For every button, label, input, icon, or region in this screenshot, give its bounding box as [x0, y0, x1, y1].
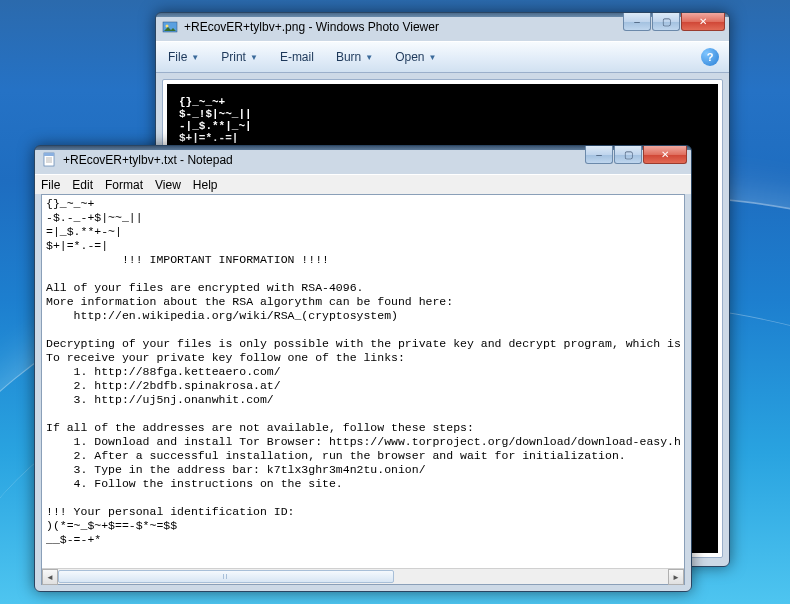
notepad-app-icon — [41, 152, 57, 168]
close-button[interactable]: ✕ — [681, 13, 725, 31]
horizontal-scrollbar[interactable]: ◄ ► — [42, 568, 684, 584]
menu-file[interactable]: File — [41, 178, 60, 192]
burn-label: Burn — [336, 50, 361, 64]
minimize-button[interactable]: – — [623, 13, 651, 31]
svg-point-1 — [166, 25, 169, 28]
photo-viewer-app-icon — [162, 19, 178, 35]
open-menu[interactable]: Open▼ — [393, 46, 438, 68]
scroll-track[interactable] — [58, 569, 668, 584]
maximize-button[interactable]: ▢ — [614, 146, 642, 164]
menu-help[interactable]: Help — [193, 178, 218, 192]
notepad-client-area: {}_~_~+ -$.-_-+$|~~_|| =|_$.**+-~| $+|=*… — [41, 194, 685, 585]
notepad-window-controls: – ▢ ✕ — [585, 146, 687, 164]
scroll-thumb[interactable] — [58, 570, 394, 583]
close-button[interactable]: ✕ — [643, 146, 687, 164]
notepad-window: +REcovER+tylbv+.txt - Notepad – ▢ ✕ File… — [34, 145, 692, 592]
svg-rect-3 — [44, 153, 54, 156]
open-label: Open — [395, 50, 424, 64]
file-menu[interactable]: File▼ — [166, 46, 201, 68]
photo-viewer-window-controls: – ▢ ✕ — [623, 13, 725, 31]
chevron-down-icon: ▼ — [429, 53, 437, 62]
photo-viewer-titlebar[interactable]: +REcovER+tylbv+.png - Windows Photo View… — [156, 13, 729, 41]
chevron-down-icon: ▼ — [250, 53, 258, 62]
help-icon[interactable]: ? — [701, 48, 719, 66]
notepad-menubar: File Edit Format View Help — [35, 174, 691, 194]
email-button[interactable]: E-mail — [278, 46, 316, 68]
print-menu[interactable]: Print▼ — [219, 46, 260, 68]
burn-menu[interactable]: Burn▼ — [334, 46, 375, 68]
scroll-right-button[interactable]: ► — [668, 569, 684, 585]
chevron-down-icon: ▼ — [365, 53, 373, 62]
print-label: Print — [221, 50, 246, 64]
menu-format[interactable]: Format — [105, 178, 143, 192]
chevron-down-icon: ▼ — [191, 53, 199, 62]
notepad-titlebar[interactable]: +REcovER+tylbv+.txt - Notepad – ▢ ✕ — [35, 146, 691, 174]
scroll-left-button[interactable]: ◄ — [42, 569, 58, 585]
maximize-button[interactable]: ▢ — [652, 13, 680, 31]
notepad-text-content[interactable]: {}_~_~+ -$.-_-+$|~~_|| =|_$.**+-~| $+|=*… — [42, 195, 684, 568]
file-label: File — [168, 50, 187, 64]
menu-edit[interactable]: Edit — [72, 178, 93, 192]
minimize-button[interactable]: – — [585, 146, 613, 164]
photo-viewer-toolbar: File▼ Print▼ E-mail Burn▼ Open▼ ? — [156, 41, 729, 73]
email-label: E-mail — [280, 50, 314, 64]
menu-view[interactable]: View — [155, 178, 181, 192]
